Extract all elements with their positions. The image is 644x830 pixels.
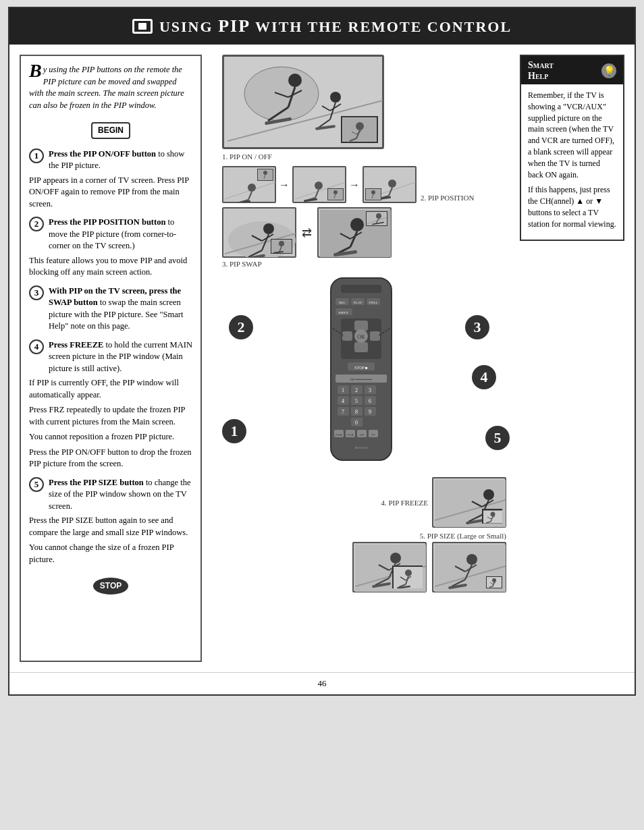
svg-text:8: 8 (355, 409, 358, 415)
diagram-pip-on-off: 1. PIP ON / OFF (209, 55, 513, 162)
diagram-pip-position: → (222, 166, 513, 203)
svg-line-30 (315, 190, 319, 198)
page-number: 46 (9, 672, 635, 694)
pip-freeze-label: 4. PIP FREEZE (381, 499, 428, 507)
svg-point-163 (492, 578, 496, 582)
step-2: 2 Press the PIP POSITION button to move … (29, 217, 192, 279)
remote-diagram: 2 3 1 4 5 (209, 275, 513, 470)
svg-point-15 (356, 122, 364, 130)
begin-badge: BEGIN (91, 122, 130, 139)
svg-text:PIP ━━━━━━━━: PIP ━━━━━━━━ (350, 378, 372, 381)
remote-num-1: 1 (222, 419, 246, 443)
svg-point-42 (371, 190, 375, 194)
svg-text:1: 1 (342, 387, 344, 393)
svg-text:OK: OK (357, 334, 365, 340)
svg-text:STOP ■: STOP ■ (354, 366, 368, 370)
pip-size-label: 5. PIP SIZE (Large or Small) (420, 532, 506, 540)
svg-line-22 (248, 192, 252, 200)
step-4: 4 Press FREEZE to hold the current MAIN … (29, 339, 192, 470)
svg-point-132 (491, 512, 495, 517)
stop-badge: STOP (93, 578, 128, 594)
svg-text:INPUT: INPUT (338, 311, 348, 314)
svg-rect-82 (342, 331, 352, 341)
svg-text:3: 3 (369, 387, 371, 393)
pip-window-svg (343, 118, 377, 142)
step-1-heading: Press the PIP ON/OFF button to show the … (49, 148, 192, 172)
svg-rect-70 (341, 285, 381, 293)
svg-point-37 (388, 179, 396, 188)
svg-text:6: 6 (369, 398, 371, 404)
page: Using PIP with the Remote Control B y us… (8, 7, 636, 696)
svg-line-38 (389, 188, 392, 196)
svg-rect-111 (365, 418, 376, 426)
svg-text:REC: REC (339, 301, 346, 304)
svg-point-156 (466, 554, 477, 565)
smart-help-body: Remember, if the TV is showing a "VCR/AU… (521, 84, 623, 240)
svg-point-34 (333, 190, 338, 194)
svg-line-12 (330, 104, 341, 111)
right-column: Smart Help 💡 Remember, if the TV is show… (520, 55, 624, 662)
svg-point-8 (330, 92, 341, 103)
svg-line-11 (322, 106, 330, 111)
smart-help-title-line2: Help (528, 71, 554, 82)
svg-rect-80 (354, 321, 368, 331)
remote-num-3: 3 (465, 315, 489, 339)
svg-line-165 (489, 586, 493, 587)
page-title: Using PIP with the Remote Control (159, 16, 512, 36)
svg-point-66 (376, 213, 381, 219)
step-5-number: 5 (29, 477, 44, 492)
remote-num-4: 4 (472, 365, 496, 389)
svg-text:TV: TV (371, 433, 376, 437)
page-header: Using PIP with the Remote Control (9, 8, 635, 45)
svg-point-26 (263, 171, 267, 175)
step-2-heading: Press the PIP POSITION button to move th… (49, 217, 192, 252)
svg-point-46 (263, 223, 274, 234)
step-1-number: 1 (29, 148, 44, 163)
remote-control-svg: REC PLAY STILL INPUT (294, 275, 429, 470)
step-1: 1 Press the PIP ON/OFF button to show th… (29, 148, 192, 211)
svg-point-29 (315, 182, 323, 190)
svg-point-125 (483, 489, 494, 500)
pip-swap-label: 3. PIP SWAP (222, 260, 262, 268)
remote-num-5: 5 (485, 426, 510, 450)
center-column: 1. PIP ON / OFF (209, 55, 513, 662)
pip-position-label: 2. PIP POSITION (421, 194, 474, 202)
svg-text:VCR: VCR (347, 433, 353, 437)
svg-text:9: 9 (369, 409, 371, 415)
svg-text:5: 5 (355, 398, 358, 404)
pip-on-off-label: 1. PIP ON / OFF (222, 153, 272, 161)
step-5-heading: Press the PIP SIZE button to change the … (49, 477, 192, 513)
svg-text:0: 0 (355, 420, 358, 426)
svg-text:STILL: STILL (369, 301, 378, 304)
svg-text:PLAY: PLAY (353, 301, 362, 304)
step-5: 5 Press the PIP SIZE button to change th… (29, 477, 192, 566)
svg-text:7: 7 (342, 409, 344, 415)
svg-rect-83 (370, 331, 380, 341)
step-4-number: 4 (29, 339, 44, 354)
svg-point-2 (288, 74, 302, 87)
svg-point-21 (248, 184, 256, 192)
step-3-number: 3 (29, 285, 44, 300)
step-3: 3 With PIP on the TV screen, press the S… (29, 285, 192, 333)
diagram-pip-freeze: 4. PIP FREEZE (209, 477, 513, 528)
remote-num-2: 2 (229, 315, 253, 339)
svg-text:4: 4 (342, 398, 344, 404)
diagram-pip-swap: ⇄ (222, 207, 513, 268)
svg-point-58 (350, 218, 364, 231)
svg-point-53 (279, 241, 284, 246)
svg-rect-108 (338, 418, 349, 426)
svg-rect-13 (315, 125, 336, 130)
smart-help-title-line1: Smart (528, 60, 554, 71)
svg-line-9 (330, 103, 336, 119)
bulb-icon: 💡 (601, 63, 616, 78)
tv-icon (132, 19, 153, 34)
content-area: B y using the PIP buttons on the remote … (9, 45, 635, 672)
diagram-pip-size: 5. PIP SIZE (Large or Small) (209, 532, 513, 592)
svg-point-148 (405, 570, 412, 576)
smart-help-box: Smart Help 💡 Remember, if the TV is show… (520, 55, 624, 241)
step-4-heading: Press FREEZE to hold the current MAIN sc… (49, 339, 192, 375)
svg-text:PWR: PWR (336, 433, 342, 437)
smart-help-header: Smart Help 💡 (521, 56, 623, 84)
svg-text:2: 2 (355, 387, 358, 393)
intro-text: B y using the PIP buttons on the remote … (29, 64, 192, 111)
